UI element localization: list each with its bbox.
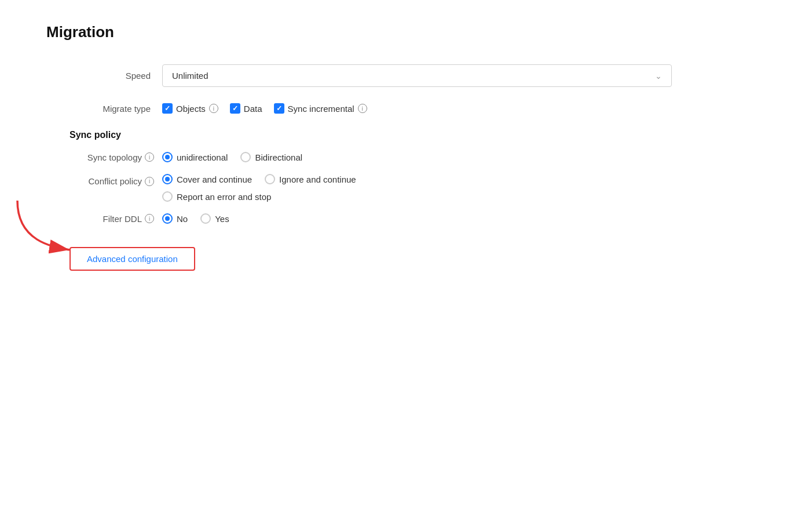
sync-topology-label: Sync topology i — [46, 152, 162, 162]
speed-label: Speed — [46, 71, 162, 81]
checkbox-data[interactable]: ✓ Data — [230, 103, 262, 114]
migrate-type-label: Migrate type — [46, 104, 162, 114]
checkbox-data-label: Data — [244, 104, 262, 114]
radio-bidirectional-circle[interactable] — [240, 152, 251, 162]
conflict-policy-options: Cover and continue Ignore and continue R… — [162, 174, 356, 202]
checkbox-sync-incremental-label: Sync incremental — [288, 104, 354, 114]
page-title: Migration — [46, 23, 766, 41]
radio-no-circle[interactable] — [162, 213, 173, 224]
filter-ddl-info-icon[interactable]: i — [145, 214, 154, 223]
conflict-policy-label: Conflict policy i — [46, 174, 162, 186]
radio-report-error-stop-circle[interactable] — [162, 191, 173, 202]
radio-cover-continue-circle[interactable] — [162, 174, 173, 184]
checkbox-objects-label: Objects — [176, 104, 206, 114]
sync-policy-heading: Sync policy — [70, 130, 766, 140]
radio-yes-label: Yes — [215, 214, 229, 224]
speed-value: Unlimited — [172, 71, 209, 81]
radio-yes[interactable]: Yes — [200, 213, 229, 224]
radio-report-error-stop[interactable]: Report an error and stop — [162, 191, 271, 202]
checkbox-sync-incremental[interactable]: ✓ Sync incremental i — [274, 103, 367, 114]
red-arrow-annotation — [6, 195, 81, 259]
checkbox-data-box[interactable]: ✓ — [230, 103, 240, 114]
radio-unidirectional[interactable]: unidirectional — [162, 152, 228, 162]
checkbox-objects-box[interactable]: ✓ — [162, 103, 173, 114]
radio-cover-continue-label: Cover and continue — [177, 174, 252, 184]
check-icon-3: ✓ — [276, 104, 282, 112]
check-icon: ✓ — [164, 104, 170, 112]
radio-ignore-continue-circle[interactable] — [265, 174, 275, 184]
objects-info-icon[interactable]: i — [209, 104, 218, 113]
radio-bidirectional-label: Bidirectional — [255, 152, 302, 162]
chevron-down-icon: ⌄ — [655, 71, 662, 81]
radio-no-label: No — [177, 214, 188, 224]
speed-select[interactable]: Unlimited ⌄ — [162, 64, 672, 87]
advanced-config-label: Advanced configuration — [87, 254, 178, 264]
radio-ignore-continue[interactable]: Ignore and continue — [265, 174, 356, 184]
conflict-policy-info-icon[interactable]: i — [145, 177, 154, 186]
sync-topology-info-icon[interactable]: i — [145, 152, 154, 162]
check-icon-2: ✓ — [232, 104, 238, 112]
radio-bidirectional[interactable]: Bidirectional — [240, 152, 302, 162]
radio-yes-circle[interactable] — [200, 213, 211, 224]
sync-incremental-info-icon[interactable]: i — [358, 104, 367, 113]
radio-unidirectional-label: unidirectional — [177, 152, 228, 162]
radio-cover-continue[interactable]: Cover and continue — [162, 174, 252, 184]
filter-ddl-options: No Yes — [162, 213, 229, 224]
checkbox-sync-incremental-box[interactable]: ✓ — [274, 103, 284, 114]
radio-no[interactable]: No — [162, 213, 188, 224]
radio-unidirectional-circle[interactable] — [162, 152, 173, 162]
radio-report-error-stop-label: Report an error and stop — [177, 192, 271, 202]
checkbox-objects[interactable]: ✓ Objects i — [162, 103, 218, 114]
radio-ignore-continue-label: Ignore and continue — [279, 174, 356, 184]
sync-topology-options: unidirectional Bidirectional — [162, 152, 302, 162]
advanced-config-button[interactable]: Advanced configuration — [70, 247, 195, 271]
migrate-type-group: ✓ Objects i ✓ Data ✓ Sync i — [162, 103, 672, 114]
